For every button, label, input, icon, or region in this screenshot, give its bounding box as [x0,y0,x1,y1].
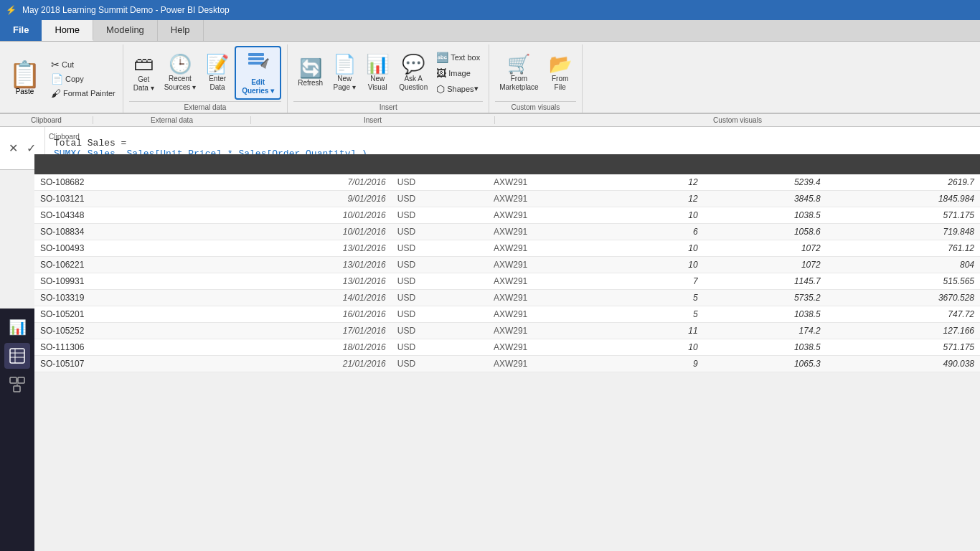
enter-data-button[interactable]: 📝 EnterData [202,52,233,95]
clipboard-section-label: Clipboard [0,116,93,124]
from-file-button[interactable]: 📂 FromFile [545,52,576,95]
insert-section: 🔄 Refresh 📄 NewPage ▾ 📊 NewVisual 💬 Ask … [288,44,489,113]
enter-data-icon: 📝 [206,55,229,73]
insert-section-label: Insert [251,116,495,124]
tab-help[interactable]: Help [158,20,204,41]
get-data-button[interactable]: 🗃 GetData ▾ [129,51,159,95]
ribbon: 📋 Paste ✂ Cut 📄 Copy 🖌 Format Painter Cl… [0,42,980,114]
insert-label: Insert [293,101,483,111]
format-painter-icon: 🖌 [51,88,61,99]
image-button[interactable]: 🖼 Image [433,66,483,80]
svg-rect-1 [248,57,264,60]
recent-sources-button[interactable]: 🕒 RecentSources ▾ [160,52,200,95]
new-visual-button[interactable]: 📊 NewVisual [362,52,393,95]
svg-rect-0 [248,53,264,56]
insert-small-column: 🔤 Text box 🖼 Image ⬡ Shapes ▾ [433,50,483,96]
ask-question-icon: 💬 [402,55,425,73]
copy-button[interactable]: 📄 Copy [48,72,118,86]
content-area: SO-108682 7/01/2016 USD AXW291 12 5239.4… [34,154,980,170]
table-header-bar [34,154,980,170]
custom-visuals-buttons: 🛒 FromMarketplace 📂 FromFile [495,46,575,100]
custom-visuals-section: 🛒 FromMarketplace 📂 FromFile Custom visu… [489,44,582,113]
ask-question-button[interactable]: 💬 Ask AQuestion [395,52,432,95]
copy-icon: 📄 [51,73,63,85]
insert-buttons: 🔄 Refresh 📄 NewPage ▾ 📊 NewVisual 💬 Ask … [293,46,483,100]
external-data-buttons: 🗃 GetData ▾ 🕒 RecentSources ▾ 📝 EnterDat… [129,46,281,100]
clipboard-section: 📋 Paste ✂ Cut 📄 Copy 🖌 Format Painter Cl… [0,44,123,113]
refresh-icon: 🔄 [299,59,322,77]
new-page-button[interactable]: 📄 NewPage ▾ [329,52,360,95]
from-file-icon: 📂 [549,55,572,73]
text-box-icon: 🔤 [436,52,448,63]
title-bar: ⚡ May 2018 Learning Summit Demo - Power … [0,0,980,20]
tab-home[interactable]: Home [42,20,93,41]
from-marketplace-button[interactable]: 🛒 FromMarketplace [495,52,542,95]
shapes-icon: ⬡ [436,83,445,95]
refresh-button[interactable]: 🔄 Refresh [293,56,327,90]
tab-modeling[interactable]: Modeling [93,20,158,41]
cut-button[interactable]: ✂ Cut [48,57,118,72]
svg-rect-2 [248,62,264,65]
image-icon: 🖼 [436,67,446,79]
external-data-section: 🗃 GetData ▾ 🕒 RecentSources ▾ 📝 EnterDat… [123,44,288,113]
main-content: 📊 SO-108682 [0,154,980,170]
edit-queries-icon [247,50,270,77]
custom-visuals-label: Custom visuals [495,101,575,111]
external-data-section-label: External data [93,116,251,124]
title-text: May 2018 Learning Summit Demo - Power BI… [22,5,230,15]
edit-queries-button[interactable]: EditQueries ▾ [235,46,281,100]
from-marketplace-icon: 🛒 [507,55,530,73]
formula-line1: Total Sales = [54,138,971,149]
shapes-button[interactable]: ⬡ Shapes ▾ [433,82,483,96]
clipboard-label: Clipboard [49,133,80,141]
new-visual-icon: 📊 [366,55,389,73]
recent-sources-icon: 🕒 [169,55,192,73]
tab-bar: File Home Modeling Help [0,20,980,42]
paste-icon: 📋 [9,62,41,88]
get-data-icon: 🗃 [133,54,154,74]
custom-visuals-section-label: Custom visuals [495,116,980,124]
tab-file[interactable]: File [0,20,42,41]
app-icon: ⚡ [6,5,17,15]
paste-button[interactable]: 📋 Paste [4,60,45,97]
clipboard-small-buttons: ✂ Cut 📄 Copy 🖌 Format Painter [48,57,118,100]
text-box-button[interactable]: 🔤 Text box [433,50,483,65]
new-page-icon: 📄 [333,55,356,73]
format-painter-button[interactable]: 🖌 Format Painter [48,86,118,100]
external-data-label: External data [129,101,281,111]
cut-icon: ✂ [51,59,60,70]
